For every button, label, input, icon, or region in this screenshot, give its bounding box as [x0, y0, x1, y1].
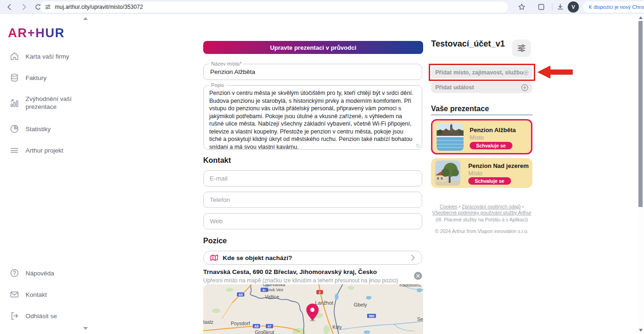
sidebar-item-label: Faktury	[26, 74, 80, 82]
status-badge: Schvaluje se	[468, 177, 511, 185]
sidebar-item-invoices[interactable]: Faktury	[9, 73, 80, 83]
chrome-update-chip[interactable]: K dispozici je nový Chrome	[583, 1, 644, 13]
description-field[interactable]: Popis Penzion v centru města je skvělým …	[203, 85, 422, 150]
description-label: Popis	[209, 82, 226, 88]
svg-text:2: 2	[319, 291, 321, 294]
browser-toolbar: muj.arthur.city/upravit/misto/353072 V K…	[0, 0, 644, 14]
sidebar-item-label: Arthur projekt	[26, 147, 80, 154]
presentation-type: Místo	[470, 134, 484, 141]
phone-field[interactable]	[203, 192, 422, 208]
where-is-object-button[interactable]: Kde se objekt nachází?	[203, 251, 422, 265]
toolbar-divider	[552, 3, 552, 11]
copyright: © 2024 Arthur from Vlapon innovation s.r…	[431, 228, 532, 234]
site-info-icon[interactable]	[45, 4, 51, 10]
presentation-title: Penzion Nad jezerem	[468, 162, 529, 169]
description-textarea[interactable]: Penzion v centru města je skvělým útočiš…	[204, 86, 422, 149]
url-text[interactable]: muj.arthur.city/upravit/misto/353072	[55, 4, 143, 10]
svg-text:Gbely: Gbely	[354, 302, 367, 307]
sidebar-item-label: Odhlásit se	[26, 312, 80, 320]
arthur-logo[interactable]: AR+HUR	[8, 26, 65, 40]
chrome-update-label: K dispozici je nový Chrome	[589, 4, 644, 10]
svg-text:Sen: Sen	[417, 316, 423, 322]
sidebar-item-statistics[interactable]: Statistiky	[9, 124, 80, 134]
presentation-thumbnail	[437, 124, 464, 151]
scrollbar-down-icon[interactable]	[639, 329, 643, 332]
place-name-label: Název místa*	[209, 61, 243, 67]
sidebar-item-contact[interactable]: Kontakt	[9, 289, 80, 300]
profile-avatar[interactable]: V	[568, 1, 579, 13]
edit-presentation-wizard-button[interactable]: Upravte prezentaci v průvodci	[203, 41, 423, 54]
sidebar-item-logout[interactable]: Odhlásit se	[9, 311, 80, 321]
add-place-label: Přidat místo, zajimavost, službu	[435, 69, 524, 76]
svg-text:Radošovce: Radošovce	[399, 284, 422, 287]
sliders-icon	[517, 44, 526, 52]
sidebar-item-label: Zvýhodnění vaší prezentace	[26, 95, 80, 111]
page-scrollbar-thumb[interactable]	[638, 21, 643, 207]
account-name: Testovací_účet_v1	[431, 39, 505, 49]
svg-text:A5: A5	[239, 293, 243, 296]
logout-icon	[9, 311, 20, 321]
presentation-card-penzion-alzbeta[interactable]: Penzion Alžběta Místo Schvaluje se	[431, 119, 532, 154]
where-is-object-label: Kde se objekt nachází?	[223, 254, 292, 261]
terms-link[interactable]: Všeobecné podmínky používání služby Arth…	[432, 210, 531, 215]
sidebar-item-label: Statistiky	[26, 125, 80, 133]
clear-address-icon[interactable]	[414, 272, 422, 280]
resize-grip-icon[interactable]	[416, 144, 420, 148]
place-name-field[interactable]: Název místa* Penzion Alžběta	[203, 64, 422, 80]
side-panel-icon[interactable]	[536, 1, 547, 13]
svg-text:Valtice: Valtice	[265, 294, 279, 300]
presentations-heading: Vaše prezentace	[431, 105, 489, 113]
scrollbar-up-icon[interactable]	[639, 16, 643, 19]
url-bar[interactable]: muj.arthur.city/upravit/misto/353072	[40, 1, 508, 13]
sidebar-item-label: Nápověda	[26, 269, 80, 277]
download-icon[interactable]	[555, 1, 566, 13]
chevron-right-icon	[411, 254, 415, 261]
project-lines-icon	[9, 145, 20, 155]
position-heading: Pozice	[203, 237, 227, 245]
add-event-button[interactable]: Přidat událost	[431, 82, 532, 93]
svg-text:Kúty: Kúty	[332, 325, 342, 330]
cookies-link[interactable]: Cookies	[440, 204, 458, 209]
svg-text:590: 590	[369, 314, 374, 318]
web-field[interactable]	[203, 213, 422, 229]
sidebar-item-company-card[interactable]: Karta vaší firmy	[9, 51, 80, 61]
forward-icon[interactable]	[19, 1, 30, 13]
pie-chart-icon	[9, 124, 20, 134]
location-map[interactable]: A5 40 2 590 A5 47 Charvátská Nová Ves Va…	[203, 284, 423, 334]
status-badge: Schvaluje se	[470, 142, 512, 149]
svg-text:A5: A5	[254, 325, 259, 328]
presentation-card-penzion-nad-jezerem[interactable]: Penzion Nad jezerem Místo Schvaluje se	[431, 158, 532, 188]
presentation-thumbnail	[435, 160, 460, 186]
email-field[interactable]	[203, 170, 422, 187]
plus-circle-icon	[521, 84, 528, 91]
add-place-button[interactable]: Přidat místo, zajimavost, službu	[431, 67, 532, 79]
address-text: Trnavská Cesta, 690 02 Břeclav, Jihomora…	[203, 268, 408, 275]
svg-text:Lanžhot: Lanžhot	[315, 300, 333, 306]
sidebar-item-label: Karta vaší firmy	[26, 53, 80, 60]
presentation-type: Místo	[468, 170, 483, 177]
sidebar-item-boost-presentation[interactable]: Zvýhodnění vaší prezentace	[9, 95, 80, 111]
account-settings-button[interactable]	[512, 40, 531, 57]
presentation-title: Penzion Alžběta	[470, 127, 516, 134]
paid-services-note: (III. Placené služby na Portálu a v Apli…	[431, 217, 532, 222]
svg-text:Poysdorf: Poysdorf	[231, 321, 250, 326]
boost-chart-icon	[9, 98, 20, 108]
contact-heading: Kontakt	[203, 156, 231, 165]
add-event-label: Přidat událost	[435, 84, 474, 91]
sidebar-scroll-down-icon[interactable]	[83, 327, 88, 330]
back-icon[interactable]	[4, 1, 15, 13]
map-icon	[210, 254, 218, 261]
presentations-divider	[431, 114, 532, 115]
sidebar-item-help[interactable]: Nápověda	[9, 268, 80, 278]
bookmark-star-icon[interactable]	[516, 1, 527, 13]
privacy-link[interactable]: Zpracování osobních údajů	[462, 204, 521, 209]
sidebar-scroll-up-icon[interactable]	[83, 17, 88, 20]
address-hint: Upřesni místo na mapě (značku lze klinut…	[203, 277, 398, 284]
svg-text:47: 47	[268, 325, 272, 328]
link-separator: •	[522, 204, 524, 209]
svg-text:Großkrut: Großkrut	[255, 329, 274, 334]
sidebar-item-label: Kontakt	[26, 291, 80, 299]
svg-text:taatz: taatz	[203, 320, 213, 325]
svg-text:Nová Ves: Nová Ves	[265, 287, 284, 292]
sidebar-item-arthur-project[interactable]: Arthur projekt	[9, 145, 80, 155]
